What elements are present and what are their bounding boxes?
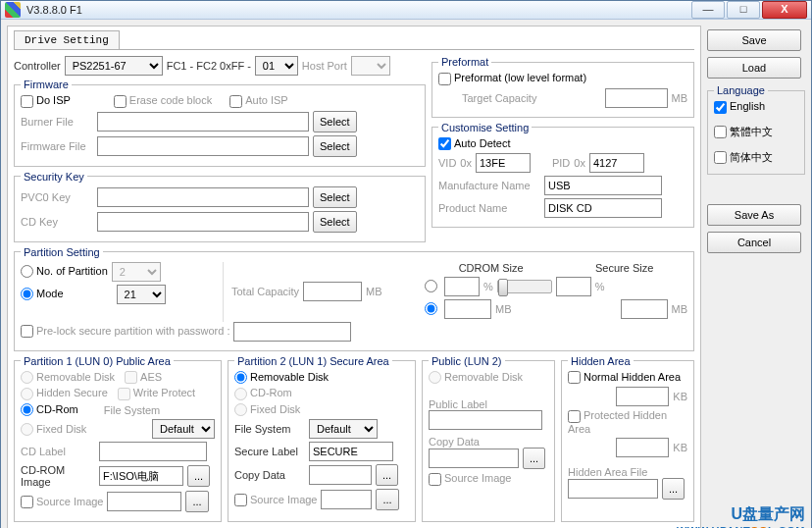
cdkey-input[interactable] [97, 212, 309, 232]
pub-copy-browse-button[interactable]: ... [523, 448, 545, 469]
p1-wp-check[interactable]: Write Protect [118, 387, 195, 400]
lang-english-check[interactable]: English [714, 100, 765, 114]
firmware-file-input[interactable] [97, 136, 309, 156]
p1-src-browse-button[interactable]: ... [185, 491, 208, 512]
p2-cdrom-radio[interactable]: CD-Rom [234, 387, 292, 400]
vid-label: VID [438, 157, 456, 169]
p2-copy-input[interactable] [309, 465, 372, 485]
cdrom-mb-input[interactable] [444, 299, 491, 319]
controller-label: Controller [14, 60, 61, 72]
p1-src-input[interactable] [107, 492, 181, 511]
normal-hidden-check[interactable]: Normal Hidden Area [568, 371, 681, 385]
normal-hidden-kb-input[interactable] [616, 387, 669, 406]
target-capacity-input[interactable] [605, 88, 668, 108]
load-button[interactable]: Load [707, 57, 801, 79]
tab-drive-setting[interactable]: Drive Setting [14, 30, 120, 49]
p1-removable-radio[interactable]: Removable Disk [21, 371, 115, 385]
cdkey-select-button[interactable]: Select [313, 211, 357, 233]
cdrom-pct-input[interactable] [444, 277, 480, 296]
controller-select[interactable]: PS2251-67 [65, 56, 163, 76]
mode-radio[interactable]: Mode [21, 288, 64, 301]
product-input[interactable] [544, 198, 662, 218]
hidden-file-input[interactable] [568, 479, 658, 499]
protected-hidden-kb-input[interactable] [616, 438, 669, 457]
p2-src-browse-button[interactable]: ... [376, 489, 398, 510]
total-capacity-input[interactable] [303, 282, 362, 301]
p2-copy-browse-button[interactable]: ... [376, 464, 398, 486]
p1-fixed-radio[interactable]: Fixed Disk [21, 423, 86, 437]
firmware-select-button[interactable]: Select [313, 135, 357, 157]
pvc0-select-button[interactable]: Select [313, 186, 357, 208]
p2-src-check[interactable]: Source Image [234, 494, 317, 507]
p2-fs-label: File System [234, 423, 305, 435]
erase-code-check[interactable]: Erase code block [114, 94, 212, 108]
p1-cdimg-label: CD-ROM Image [21, 464, 95, 488]
p2-removable-radio[interactable]: Removable Disk [234, 371, 329, 385]
no-of-partition-select: 2 [112, 262, 161, 282]
fc-value-select[interactable]: 01 [255, 56, 298, 76]
lang-zhs-check[interactable]: 简体中文 [714, 150, 773, 165]
p1-aes-check[interactable]: AES [125, 371, 162, 385]
maximize-button[interactable]: □ [727, 1, 760, 19]
sidebar: Save Load Language English 繁體中文 简体中文 Sav… [707, 26, 805, 528]
auto-isp-check[interactable]: Auto ISP [229, 94, 287, 108]
total-capacity-label: Total Capacity [231, 286, 299, 297]
p2-src-input[interactable] [321, 490, 372, 509]
cancel-button[interactable]: Cancel [707, 232, 801, 253]
secure-mb-input[interactable] [621, 299, 668, 319]
p1-hidden-radio[interactable]: Hidden Secure [21, 387, 108, 400]
pid-input[interactable] [589, 153, 644, 173]
no-of-partition-radio[interactable]: No. of Partition [21, 265, 108, 279]
size-pct-radio[interactable] [425, 280, 437, 292]
p1-cdimg-input[interactable] [99, 466, 183, 486]
partition2-legend: Partition 2 (LUN 1) Secure Area [234, 355, 392, 367]
p2-fixed-radio[interactable]: Fixed Disk [234, 403, 300, 417]
size-mb-radio[interactable] [425, 302, 437, 315]
app-icon [5, 2, 21, 18]
burner-select-button[interactable]: Select [313, 111, 357, 132]
pvc0-input[interactable] [97, 187, 309, 207]
lang-zht-check[interactable]: 繁體中文 [714, 125, 773, 139]
auto-detect-check[interactable]: Auto Detect [438, 137, 510, 151]
p1-cdrom-radio[interactable]: CD-Rom [21, 403, 78, 417]
prelock-password-input[interactable] [233, 322, 351, 342]
secure-pct-input[interactable] [556, 277, 591, 296]
public-label-input[interactable] [429, 410, 542, 430]
titlebar: V3.8.8.0 F1 — □ X [1, 1, 811, 20]
minimize-button[interactable]: — [691, 1, 725, 19]
vid-input[interactable] [476, 153, 531, 173]
cdkey-label: CD Key [21, 216, 93, 228]
protected-hidden-check[interactable]: Protected Hidden Area [568, 409, 687, 435]
mfg-label: Manufacture Name [438, 180, 540, 191]
p1-fs-select[interactable]: Default [152, 419, 215, 439]
pub-copy-input[interactable] [429, 449, 519, 468]
pub-src-check[interactable]: Source Image [429, 472, 511, 486]
do-isp-check[interactable]: Do ISP [21, 94, 71, 108]
customise-group: Customise Setting Auto Detect VID 0x PID… [431, 122, 694, 229]
prelock-check[interactable]: Pre-lock secure partition with password … [21, 325, 229, 339]
security-key-group: Security Key PVC0 Key Select CD Key Sele… [14, 171, 426, 242]
p1-cdlabel-input[interactable] [99, 442, 207, 461]
p2-fs-select[interactable]: Default [309, 419, 378, 439]
p2-seclabel-input[interactable] [309, 442, 393, 461]
close-button[interactable]: X [762, 1, 807, 19]
preformat-check[interactable]: Preformat (low level format) [438, 72, 586, 85]
p1-src-check[interactable]: Source Image [21, 496, 103, 509]
public-lun2-group: Public (LUN 2) Removable Disk Public Lab… [422, 355, 555, 523]
language-group: Language English 繁體中文 简体中文 [707, 84, 805, 175]
partition1-group: Partition 1 (LUN 0) Public Area Removabl… [14, 355, 222, 523]
pvc0-label: PVC0 Key [21, 191, 93, 203]
burner-file-input[interactable] [97, 112, 309, 132]
size-slider[interactable] [497, 280, 552, 293]
hidden-file-browse-button[interactable]: ... [662, 478, 685, 500]
preformat-legend: Preformat [438, 56, 491, 68]
save-button[interactable]: Save [707, 29, 801, 51]
p1-cdimg-browse-button[interactable]: ... [187, 465, 210, 487]
mode-select[interactable]: 21 [117, 285, 166, 304]
partition-setting-group: Partition Setting No. of Partition 2 Mod… [14, 246, 694, 351]
mfg-input[interactable] [544, 176, 662, 195]
customise-legend: Customise Setting [438, 122, 532, 133]
pub-removable-radio[interactable]: Removable Disk [429, 371, 523, 385]
save-as-button[interactable]: Save As [707, 204, 801, 226]
hidden-file-label: Hidden Area File [568, 466, 687, 478]
